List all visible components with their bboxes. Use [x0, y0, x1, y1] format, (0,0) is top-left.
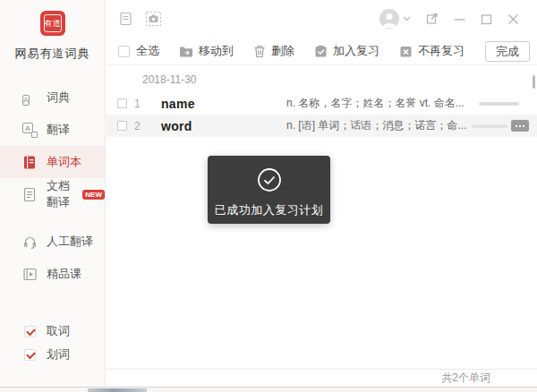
topbar: [107, 0, 537, 38]
row-definition: n. 名称，名字；姓名；名誉 vt. 命名...: [286, 96, 479, 111]
sidebar-item-courses[interactable]: 精品课: [0, 258, 105, 290]
folder-move-icon: [179, 45, 193, 57]
youdao-logo: 有道: [40, 11, 65, 36]
done-button[interactable]: 完成: [485, 41, 530, 62]
trash-icon: [253, 45, 266, 58]
avatar[interactable]: [379, 9, 399, 29]
move-to-button[interactable]: 移动到: [179, 43, 234, 59]
maximize-button[interactable]: [481, 13, 492, 25]
add-to-review-button[interactable]: 加入复习: [314, 43, 379, 59]
memory-progress-bar: [472, 124, 507, 128]
row-checkbox[interactable]: [117, 98, 127, 108]
batch-toolbar: 全选 移动到 删除: [107, 38, 537, 65]
dictionary-icon: A: [22, 90, 38, 106]
sidebar-item-wordbook[interactable]: 单词本: [0, 146, 105, 178]
word-row-word[interactable]: 2 word n. [语] 单词；话语；消息；诺言；命...: [107, 115, 537, 137]
new-note-icon[interactable]: [118, 11, 133, 27]
app-title: 网易有道词典: [0, 46, 105, 62]
checkbox-checked-icon[interactable]: [24, 349, 36, 361]
chevron-down-icon: [403, 16, 411, 21]
sidebar-item-translate[interactable]: A 翻译: [0, 114, 105, 146]
select-all-checkbox[interactable]: [118, 46, 130, 57]
date-group-header: 2018-11-30: [107, 65, 537, 92]
select-all[interactable]: 全选: [118, 43, 159, 59]
document-translate-icon: [22, 187, 38, 202]
sidebar-toggles: 取词 划词: [0, 320, 105, 367]
word-row-name[interactable]: 1 name n. 名称，名字；姓名；名誉 vt. 命名...: [107, 92, 537, 115]
screenshot-icon[interactable]: [145, 11, 162, 27]
sidebar-item-label: 人工翻译: [47, 234, 93, 250]
wordbook-icon: [22, 155, 38, 170]
video-course-icon: [22, 267, 38, 282]
sidebar-item-label: 单词本: [47, 154, 81, 170]
more-options-button[interactable]: [511, 120, 529, 132]
success-check-icon: [257, 167, 282, 192]
sidebar-nav: A 词典 A 翻译: [0, 81, 105, 290]
review-x-icon: [399, 45, 413, 58]
remove-from-review-button[interactable]: 不再复习: [399, 43, 465, 59]
sidebar: 有道 网易有道词典 A 词典 A 翻译: [0, 0, 106, 387]
mini-window-icon[interactable]: [426, 13, 439, 25]
row-word[interactable]: word: [161, 119, 286, 133]
sidebar-item-label: 翻译: [47, 122, 70, 138]
row-checkbox[interactable]: [117, 121, 127, 131]
delete-button[interactable]: 删除: [253, 43, 294, 59]
review-check-icon: [314, 45, 328, 58]
sidebar-item-label: 词典: [47, 89, 70, 106]
sidebar-item-doc-translate[interactable]: 文档翻译 NEW: [0, 178, 105, 210]
close-button[interactable]: [507, 13, 519, 25]
youdao-logo-text: 有道: [44, 14, 62, 32]
checkbox-checked-icon[interactable]: [24, 326, 36, 337]
brand: 有道 网易有道词典: [0, 0, 105, 62]
sidebar-item-label: 精品课: [47, 266, 81, 282]
row-index: 2: [134, 120, 147, 132]
memory-progress-bar: [479, 102, 519, 106]
translate-icon: A: [22, 123, 38, 138]
statusbar: 共2个单词: [107, 369, 537, 387]
headset-icon: [22, 234, 38, 250]
toggle-label: 取词: [47, 323, 70, 339]
taskbar-fragment: [88, 388, 147, 392]
row-index: 1: [134, 98, 147, 110]
app-window: 有道 网易有道词典 A 词典 A 翻译: [0, 0, 537, 387]
row-definition: n. [语] 单词；话语；消息；诺言；命...: [286, 118, 472, 133]
toggle-word-capture[interactable]: 取词: [0, 320, 105, 342]
word-count: 共2个单词: [441, 371, 490, 384]
toast-message: 已成功加入复习计划: [208, 202, 330, 218]
sidebar-item-label: 文档翻译: [47, 178, 78, 210]
sidebar-item-dictionary[interactable]: A 词典: [0, 81, 105, 114]
new-badge: NEW: [82, 190, 105, 200]
success-toast: 已成功加入复习计划: [208, 156, 330, 224]
window-controls: [379, 9, 519, 29]
toggle-label: 划词: [47, 346, 70, 362]
sidebar-item-human-translate[interactable]: 人工翻译: [0, 226, 105, 258]
toggle-word-select[interactable]: 划词: [0, 344, 105, 365]
account-menu[interactable]: [379, 9, 411, 29]
scrollbar-thumb[interactable]: [533, 75, 535, 89]
minimize-button[interactable]: [454, 13, 465, 25]
desktop-sliver: [0, 387, 537, 392]
row-word[interactable]: name: [161, 97, 286, 111]
